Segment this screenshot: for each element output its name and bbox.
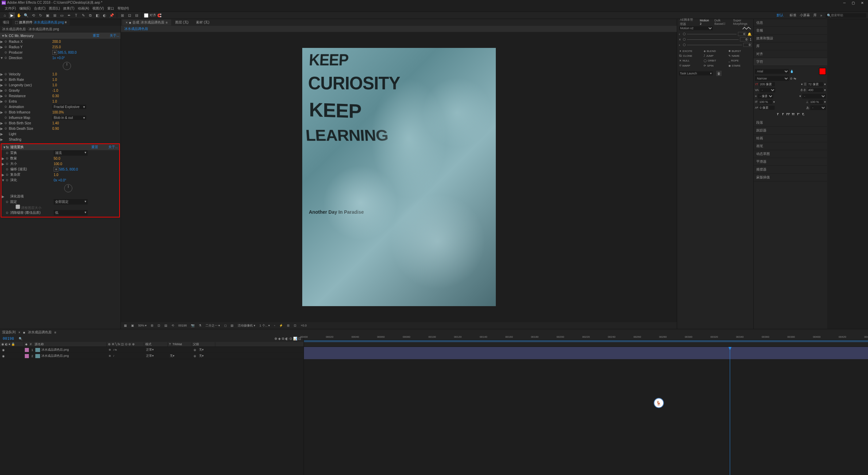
panel-motion-sketch[interactable]: 动态草图 xyxy=(754,150,827,158)
slider-value[interactable]: 0 xyxy=(738,32,746,36)
kerning-select[interactable]: - xyxy=(760,88,775,92)
snap-icon[interactable]: 🧲 xyxy=(157,14,161,17)
panel-library[interactable]: 库 xyxy=(754,42,827,50)
faux-bold-icon[interactable]: T xyxy=(775,112,780,117)
slider-handle[interactable] xyxy=(683,43,686,46)
val-resistance[interactable]: 0.30 xyxy=(52,94,59,98)
leading-input[interactable] xyxy=(808,82,823,86)
comp-switch-icon[interactable]: ⊕ xyxy=(274,337,277,341)
font-weight-select[interactable]: Narrow xyxy=(755,76,789,81)
effect-header-mercury[interactable]: ▼ fx CC Mr. Mercury 重置 关于... xyxy=(0,33,121,39)
eyedropper-icon[interactable]: 💧 xyxy=(790,70,794,73)
reset-mercury[interactable]: 重置 xyxy=(93,33,100,38)
trash-icon[interactable]: 🗑 xyxy=(716,71,722,76)
exposure-value[interactable]: +0.0 xyxy=(300,324,308,327)
val-blob-influence[interactable]: 100.0% xyxy=(52,110,64,114)
no-fill-icon[interactable]: ⊘ xyxy=(790,77,793,80)
playhead[interactable] xyxy=(730,347,730,475)
motion-blend[interactable]: ◈ BLEND xyxy=(703,49,727,53)
channel-switcher[interactable]: ⚗ xyxy=(198,324,202,327)
resolution-dropdown[interactable]: 二分之一 ▾ xyxy=(204,323,221,328)
val-extra[interactable]: 1.0 xyxy=(52,100,57,103)
shape-tool[interactable]: ▭ xyxy=(59,12,65,18)
world-axis-icon[interactable]: ⊡ xyxy=(126,12,132,18)
val-offset[interactable]: 585.5, 800.0 xyxy=(59,168,78,171)
trkmat-select[interactable]: 无▾ xyxy=(170,354,175,357)
stopwatch-icon[interactable]: ⊙ xyxy=(5,157,10,160)
stopwatch-icon[interactable]: ⊙ xyxy=(3,72,8,76)
reset-exposure-btn[interactable]: ⟲ xyxy=(170,324,175,327)
viewer-lock-icon[interactable]: × xyxy=(126,21,128,24)
time-ruler[interactable]: 0000000020000400006000080001000012000140… xyxy=(304,335,868,340)
search-help-input[interactable] xyxy=(831,14,862,17)
small-caps-icon[interactable]: Tt xyxy=(791,112,795,117)
motion-stare[interactable]: ◉ STARE xyxy=(728,63,752,68)
subscript-icon[interactable]: T, xyxy=(801,112,806,117)
slider-track[interactable] xyxy=(687,45,742,45)
all-caps-icon[interactable]: TT xyxy=(785,112,790,117)
visibility-toggle[interactable]: ◉ xyxy=(0,348,7,352)
tab-dulk[interactable]: Dulk Bassel.l xyxy=(712,18,730,26)
layer-name[interactable]: 冰水成品调色后.png xyxy=(41,348,109,352)
motion-name[interactable]: ✎ NAME xyxy=(728,54,752,58)
workspace-default[interactable]: 默认 xyxy=(774,13,786,18)
menu-animation[interactable]: 动画(A) xyxy=(76,6,90,11)
frame-blend-icon[interactable]: ◐ xyxy=(285,337,288,341)
motion-warp[interactable]: ⧀ WARP xyxy=(679,63,703,68)
workspace-standard[interactable]: 标准 xyxy=(790,13,796,18)
motion-rope[interactable]: ⎯ ROPE xyxy=(728,58,752,63)
val-animation[interactable]: Fractal Explosive ▾ xyxy=(52,105,86,109)
tab-motion2[interactable]: Motion 2 xyxy=(697,18,712,26)
vscale-input[interactable] xyxy=(759,100,772,104)
motion-blur-icon[interactable]: ⊙ xyxy=(289,337,292,341)
val-blob-death-size[interactable]: 0.90 xyxy=(52,127,59,130)
panel-mask-interpolation[interactable]: 蒙版插值 xyxy=(754,174,827,181)
motion-jump[interactable]: ⤴ JUMP xyxy=(703,54,727,58)
panel-lock-icon[interactable]: ⬚ xyxy=(15,20,18,24)
safe-zones-btn[interactable]: ⊞ xyxy=(150,324,155,327)
panel-effects-presets[interactable]: 效果和预设 xyxy=(754,35,827,42)
zoom-value[interactable]: 50% ▾ xyxy=(137,324,148,327)
timeline-btn[interactable]: ⊞ xyxy=(286,324,291,327)
stopwatch-icon[interactable]: ⊙ xyxy=(3,127,8,130)
minimize-button[interactable]: ─ xyxy=(843,1,846,5)
menu-edit[interactable]: 编辑(E) xyxy=(18,6,32,11)
val-radius-x[interactable]: 200.0 xyxy=(52,40,61,43)
snapshot-btn[interactable]: 📷 xyxy=(190,324,196,327)
stopwatch-icon[interactable]: ⊙ xyxy=(3,40,8,43)
font-family-select[interactable]: Arial xyxy=(755,69,789,74)
roto-tool[interactable]: ◐ xyxy=(102,12,108,18)
orbit-tool[interactable]: ⟲ xyxy=(30,12,36,18)
stopwatch-icon[interactable]: ⊙ xyxy=(5,178,10,182)
stopwatch-icon[interactable]: ⊙ xyxy=(5,173,10,176)
shy-icon[interactable]: ⧉ xyxy=(282,337,284,341)
about-mercury[interactable]: 关于... xyxy=(110,33,119,38)
parent-select[interactable]: 无▾ xyxy=(199,354,204,357)
puppet-tool[interactable]: 📌 xyxy=(109,12,115,18)
val-radius-y[interactable]: 215.0 xyxy=(52,45,61,49)
graph-editor-icon[interactable]: 📊 xyxy=(293,337,297,341)
parent-header[interactable]: 父级 xyxy=(192,342,215,347)
stamp-tool[interactable]: ⧉ xyxy=(87,12,93,18)
prop-light[interactable]: Light xyxy=(8,132,52,136)
local-axis-icon[interactable]: ⊞ xyxy=(119,12,125,18)
composition-tab[interactable]: × ■ 合成 冰水成品调色后 ≡ xyxy=(122,19,171,25)
text-tool[interactable]: T xyxy=(73,12,79,18)
grid-guides-btn[interactable]: ⊡ xyxy=(157,324,161,327)
evolution-dial[interactable] xyxy=(64,184,72,192)
effect-header-displace[interactable]: ▼ fx 湍流置换 重置 关于... xyxy=(1,144,119,150)
eraser-tool[interactable]: ◧ xyxy=(94,12,101,18)
hand-tool[interactable]: ✋ xyxy=(16,12,22,18)
panel-character[interactable]: 字符 xyxy=(754,58,827,66)
hscale-input[interactable] xyxy=(810,100,823,104)
blend-mode-select[interactable]: 正常▾ xyxy=(146,354,154,357)
bell-icon[interactable]: 🔔 xyxy=(747,32,752,36)
visibility-toggle[interactable]: ◉ xyxy=(0,354,7,358)
collapse-icon[interactable]: ▼ xyxy=(3,145,6,149)
tracking-input[interactable] xyxy=(808,88,823,92)
layer-row[interactable]: ◉ 2 冰水成品调色后.png ⊛ / 正常▾ 无▾ ⊚ 无▾ xyxy=(0,353,304,359)
slider-track[interactable] xyxy=(687,34,737,34)
motion-orbit[interactable]: ◯ ORBIT xyxy=(703,58,727,63)
brush-tool[interactable]: ✎ xyxy=(80,12,86,18)
viewer-breadcrumb[interactable]: 冰水成品调色后 xyxy=(121,26,677,32)
